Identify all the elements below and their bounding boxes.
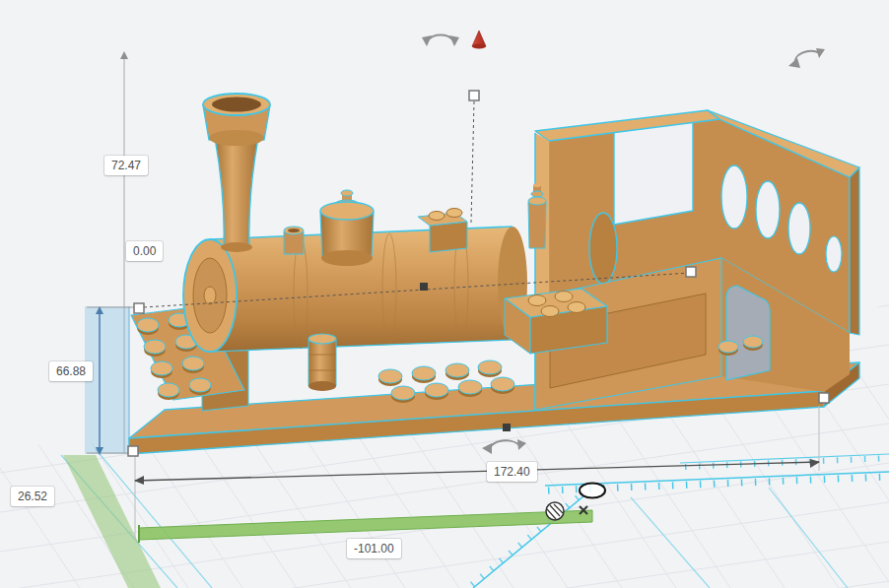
scale-handle-top[interactable] [469, 91, 479, 100]
ruler-origin[interactable] [580, 484, 605, 498]
cab [535, 110, 859, 410]
dimension-label-length[interactable]: 172.40 [487, 462, 537, 482]
scale-handle-front-left[interactable] [128, 446, 138, 456]
viewport-3d[interactable]: 72.47 0.00 66.88 26.52 172.40 -101.00 [0, 0, 889, 588]
scale-handle-front-right[interactable] [819, 393, 829, 403]
side-height-dimension [85, 306, 136, 455]
dimension-label-height-base[interactable]: 0.00 [126, 241, 163, 261]
smokestack [203, 94, 270, 252]
dimension-label-side-offset[interactable]: 26.52 [11, 487, 54, 506]
midpoint-handle-center[interactable] [420, 283, 428, 291]
dimension-label-height-top[interactable]: 72.47 [104, 156, 148, 175]
scale-handle-left[interactable] [134, 303, 144, 313]
coal-box [505, 289, 607, 354]
small-chimney [284, 227, 304, 254]
scale-handle-right[interactable] [686, 267, 696, 277]
barrel [308, 334, 336, 391]
dimension-label-position[interactable]: -101.00 [347, 539, 401, 558]
midpoint-handle-front[interactable] [503, 424, 511, 431]
steam-dome [320, 190, 374, 266]
raise-cone-handle[interactable] [472, 31, 486, 49]
train-model[interactable] [129, 94, 859, 454]
ruler-grip-icon[interactable] [546, 502, 564, 520]
rotate-handle-right[interactable] [788, 48, 825, 68]
rotate-handle-top[interactable] [422, 34, 459, 46]
dimension-label-side-height[interactable]: 66.88 [49, 361, 93, 381]
side-offset-band [63, 455, 161, 588]
